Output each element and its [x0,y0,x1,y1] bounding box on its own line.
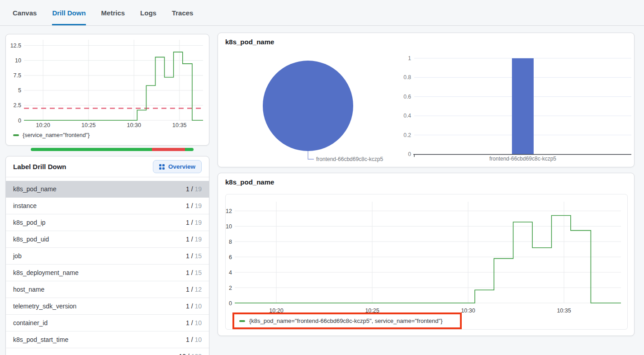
overview-button-label: Overview [168,163,195,170]
label-name: k8s_pod_name [13,185,57,193]
timeseries-panel: 02468101210:2010:2510:3010:35 {k8s_pod_n… [225,194,628,330]
label-drilldown-card: Label Drill Down Overview k8s_pod_name1 … [5,156,209,355]
grid-icon [159,164,165,170]
label-name: span_name [13,353,46,355]
label-name: k8s_pod_ip [13,219,46,226]
label-drilldown-header: Label Drill Down Overview [6,156,209,177]
label-count: 12 / 108 [179,353,202,355]
svg-text:1: 1 [408,55,411,62]
svg-text:10: 10 [226,223,232,230]
label-count: 1 / 19 [186,236,202,243]
label-count: 1 / 15 [186,269,202,276]
health-status-strip [31,148,194,151]
label-row-k8s_deployment_name[interactable]: k8s_deployment_name1 / 15 [6,265,209,281]
label-count: 1 / 19 [186,185,202,193]
label-name: job [13,252,22,260]
pod-bar-chart: 00.20.40.60.81frontend-66cbd69c8c-kczp5 [398,44,635,166]
label-name: container_id [13,319,47,327]
svg-text:0.2: 0.2 [403,132,411,138]
svg-text:10:30: 10:30 [461,308,475,314]
svg-text:0.8: 0.8 [403,74,411,80]
svg-text:12: 12 [226,208,232,214]
tab-metrics[interactable]: Metrics [101,0,125,25]
label-row-container_id[interactable]: container_id1 / 10 [6,315,209,331]
tab-canvas[interactable]: Canvas [13,0,37,25]
label-drilldown-title: Label Drill Down [13,163,66,170]
mini-chart-legend-label: {service_name="frontend"} [23,132,90,138]
mini-chart-legend: {service_name="frontend"} [13,132,90,138]
label-count: 1 / 15 [186,252,202,260]
label-row-job[interactable]: job1 / 15 [6,248,209,265]
svg-text:4: 4 [229,270,232,276]
label-row-telemetry_sdk_version[interactable]: telemetry_sdk_version1 / 10 [6,298,209,315]
svg-text:2: 2 [229,285,232,291]
label-count: 1 / 19 [186,219,202,226]
svg-text:frontend-66cbd69c8c-kczp5: frontend-66cbd69c8c-kczp5 [316,156,383,162]
svg-text:12.5: 12.5 [10,43,21,49]
big-chart-legend-label: {k8s_pod_name="frontend-66cbd69c8c-kczp5… [249,317,443,324]
svg-text:2.5: 2.5 [14,102,21,109]
label-count: 1 / 12 [186,286,202,293]
label-row-instance[interactable]: instance1 / 19 [6,198,209,214]
tab-logs[interactable]: Logs [140,0,156,25]
label-row-k8s_pod_uid[interactable]: k8s_pod_uid1 / 19 [6,231,209,248]
svg-text:10:35: 10:35 [172,122,186,128]
top-tab-bar: CanvasDrill DownMetricsLogsTraces [0,0,644,26]
series-dash-icon [13,134,19,136]
label-list: k8s_pod_name1 / 19instance1 / 19k8s_pod_… [6,177,209,355]
label-row-k8s_pod_start_time[interactable]: k8s_pod_start_time1 / 10 [6,331,209,348]
pod-pie-chart: frontend-66cbd69c8c-kczp5 [223,44,412,166]
label-count: 1 / 10 [186,303,202,310]
health-segment [152,148,185,151]
label-name: k8s_pod_start_time [13,336,68,343]
health-segment [31,148,152,151]
label-count: 1 / 10 [186,319,202,327]
mini-line-chart: 02.557.51012.510:2010:2510:3010:35 [6,34,210,129]
svg-text:0: 0 [18,118,21,124]
series-dash-icon [239,320,245,322]
overview-button[interactable]: Overview [153,160,202,173]
pod-name-timeseries-card: k8s_pod_name 02468101210:2010:2510:3010:… [218,173,635,336]
svg-text:10:30: 10:30 [127,122,141,128]
label-row-k8s_pod_ip[interactable]: k8s_pod_ip1 / 19 [6,214,209,231]
svg-text:8: 8 [229,239,232,245]
big-line-chart: 02468101210:2010:2510:3010:35 [226,194,628,330]
svg-text:frontend-66cbd69c8c-kczp5: frontend-66cbd69c8c-kczp5 [489,156,556,162]
label-row-k8s_pod_name[interactable]: k8s_pod_name1 / 19 [6,181,209,198]
label-row-span_name[interactable]: span_name12 / 108 [6,348,209,355]
label-count: 1 / 19 [186,202,202,209]
svg-text:10:25: 10:25 [81,122,95,128]
svg-text:5: 5 [18,87,21,94]
label-name: k8s_deployment_name [13,269,79,276]
svg-text:0.4: 0.4 [403,113,411,119]
label-count: 1 / 10 [186,336,202,343]
label-name: instance [13,202,37,209]
label-name: telemetry_sdk_version [13,303,76,310]
svg-text:0: 0 [229,300,232,307]
tab-traces[interactable]: Traces [172,0,194,25]
label-row-host_name[interactable]: host_name1 / 12 [6,281,209,298]
mini-timeseries-card: 02.557.51012.510:2010:2510:3010:35 {serv… [5,34,209,146]
health-segment [185,148,194,151]
svg-text:10:35: 10:35 [557,308,571,314]
svg-text:7.5: 7.5 [14,72,21,79]
svg-text:6: 6 [229,254,232,260]
line-card-title: k8s_pod_name [225,178,274,186]
highlighted-legend-annotation[interactable]: {k8s_pod_name="frontend-66cbd69c8c-kczp5… [232,312,462,329]
svg-text:10: 10 [15,57,21,64]
tab-drill-down[interactable]: Drill Down [52,0,85,25]
pod-name-distribution-card: k8s_pod_name frontend-66cbd69c8c-kczp5 0… [218,33,635,167]
label-name: k8s_pod_uid [13,236,49,243]
svg-text:0: 0 [408,151,411,157]
svg-text:10:20: 10:20 [36,122,50,128]
svg-text:0.6: 0.6 [403,94,411,100]
label-name: host_name [13,286,44,293]
